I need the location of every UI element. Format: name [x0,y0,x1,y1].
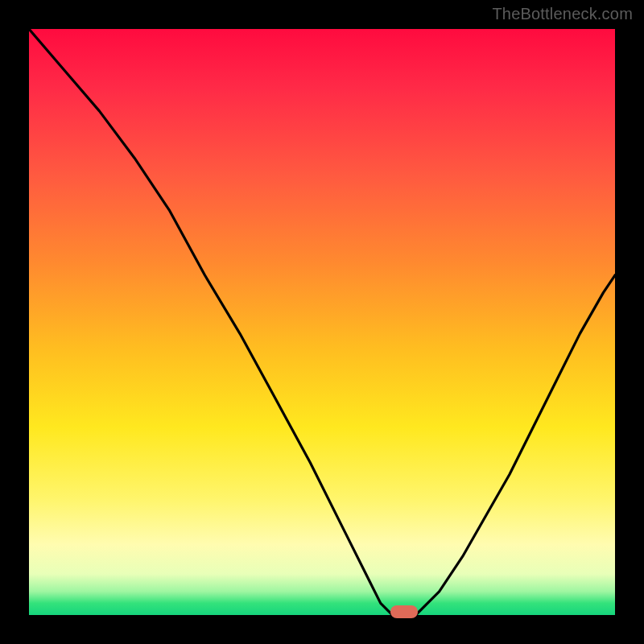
watermark-text: TheBottleneck.com [492,5,633,23]
chart-frame: TheBottleneck.com [0,0,644,644]
optimal-marker [390,605,418,618]
plot-area [29,29,615,615]
